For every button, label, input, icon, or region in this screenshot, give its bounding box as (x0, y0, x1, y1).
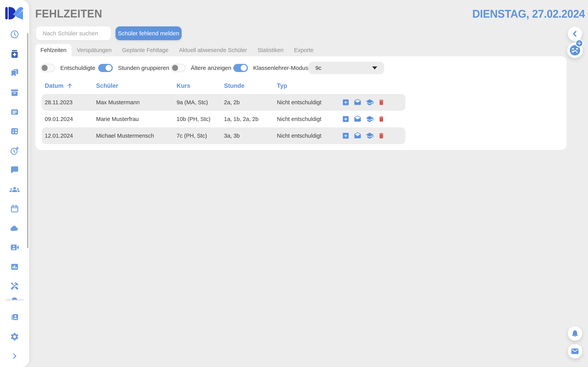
toggle-knob (241, 65, 247, 71)
toggle-knob (172, 65, 178, 71)
sidebar-item-history[interactable] (9, 29, 20, 40)
school-icon (365, 132, 374, 140)
toggle-knob (106, 65, 112, 71)
cell-schueler: Marie Musterfrau (96, 111, 139, 127)
chat-icon (10, 166, 19, 174)
bar-chart-icon (10, 262, 19, 271)
filter-klassenlehrer-modus: Klassenlehrer-Modus (233, 62, 308, 74)
tab-aktuell-abwesende[interactable]: Aktuell abwesende Schüler (174, 44, 252, 56)
calendar-icon (10, 204, 19, 213)
sidebar-item-timetracking[interactable] (9, 145, 20, 157)
school-button[interactable] (365, 132, 374, 140)
send-mail-button[interactable] (354, 132, 362, 140)
cell-datum: 28.11.2023 (45, 94, 72, 111)
toggle-label: Klassenlehrer-Modus (253, 65, 308, 71)
send-mail-button[interactable] (354, 115, 362, 123)
cell-stunde: 2a, 2b (224, 94, 240, 111)
column-header-stunde[interactable]: Stunde (224, 82, 244, 90)
cell-datum: 09.01.2024 (45, 111, 73, 127)
app-logo[interactable] (5, 6, 24, 20)
cell-schueler: Michael Mustermensch (96, 127, 154, 144)
clock-plus-icon (10, 146, 19, 155)
sidebar-item-groups[interactable] (9, 184, 20, 195)
send-mail-button[interactable] (354, 99, 362, 106)
add-absence-button[interactable] (342, 115, 350, 123)
trash-icon (378, 132, 385, 139)
cell-kurs: 7c (PH, Stc) (177, 127, 207, 144)
chevron-right-icon (11, 352, 18, 360)
toggle-entschuldigte[interactable] (40, 64, 55, 72)
column-header-kurs[interactable]: Kurs (177, 82, 190, 90)
report-absent-button[interactable]: Schüler fehlend melden (115, 26, 182, 40)
school-button[interactable] (365, 98, 374, 106)
plus-badge-icon[interactable] (575, 39, 583, 47)
tab-geplante-fehltage[interactable]: Geplante Fehltage (117, 44, 174, 56)
chevron-down-icon (372, 67, 377, 69)
sidebar-item-classbook[interactable] (9, 67, 20, 79)
sidebar-item-statistics[interactable] (9, 261, 20, 273)
column-header-datum[interactable]: Datum (45, 82, 73, 90)
search-input[interactable] (36, 26, 111, 40)
filter-stunden-gruppieren: Stunden gruppieren (98, 62, 169, 74)
delete-button[interactable] (378, 99, 385, 106)
video-camera-icon (10, 243, 19, 252)
delete-button[interactable] (378, 116, 385, 123)
cell-datum: 12.01.2024 (45, 127, 73, 144)
cell-kurs: 10b (PH, Stc) (177, 111, 210, 127)
cell-typ: Nicht entschuldigt (277, 94, 321, 111)
open-mail-icon (354, 132, 362, 140)
toggle-aeltere-anzeigen[interactable] (171, 64, 185, 72)
bell-icon (571, 329, 579, 337)
page-title: FEHLZEITEN (35, 7, 102, 20)
collapse-panel-button[interactable] (568, 27, 582, 41)
sidebar-item-contacts[interactable] (9, 311, 20, 323)
tab-verspaetungen[interactable]: Verspätungen (71, 44, 117, 56)
toggle-label: Stunden gruppieren (118, 65, 169, 71)
messages-button[interactable] (568, 344, 582, 359)
add-absence-button[interactable] (342, 99, 350, 106)
filter-aeltere-anzeigen: Ältere anzeigen (171, 62, 231, 74)
add-absence-button[interactable] (342, 132, 350, 140)
add-box-icon (342, 132, 350, 140)
calculator-icon (10, 127, 19, 136)
notifications-button[interactable] (568, 326, 582, 341)
column-header-typ[interactable]: Typ (277, 82, 287, 90)
tab-fehlzeiten[interactable]: Fehlzeiten (35, 44, 71, 56)
class-select[interactable]: 9c (308, 62, 384, 74)
sidebar-item-absences[interactable] (9, 48, 20, 60)
sidebar-item-videocall[interactable] (9, 242, 20, 253)
chevron-left-icon (571, 30, 579, 38)
trash-icon (378, 116, 385, 123)
toggle-stunden-gruppieren[interactable] (98, 64, 113, 72)
cell-kurs: 9a (MA, Stc) (177, 94, 208, 111)
sidebar-item-archive[interactable] (9, 87, 20, 99)
tab-exporte[interactable]: Exporte (289, 44, 319, 56)
sidebar-item-notes[interactable] (9, 106, 20, 118)
table-body: 28.11.2023 Max Mustermann 9a (MA, Stc) 2… (42, 94, 406, 144)
sidebar-item-messages[interactable] (9, 164, 20, 176)
sidebar-item-tools[interactable] (9, 280, 20, 292)
sidebar-item-cloud[interactable] (9, 222, 20, 234)
delete-button[interactable] (378, 132, 385, 139)
tools-icon (10, 282, 19, 291)
school-icon (365, 115, 374, 123)
sidebar-item-calendar[interactable] (9, 203, 20, 215)
cell-schueler: Max Mustermann (96, 94, 140, 111)
sidebar-scrollbar[interactable] (27, 33, 28, 248)
sidebar (0, 0, 29, 367)
add-box-icon (342, 115, 350, 123)
open-mail-icon (354, 99, 362, 106)
archive-box-icon (10, 88, 19, 97)
gear-icon (10, 332, 19, 341)
add-box-icon (342, 99, 350, 106)
sidebar-expand-button[interactable] (9, 350, 20, 362)
school-button[interactable] (365, 115, 374, 123)
tab-statistiken[interactable]: Statistiken (252, 44, 289, 56)
column-header-schueler[interactable]: Schüler (96, 82, 118, 90)
notes-icon (10, 108, 19, 117)
toggle-klassenlehrer-modus[interactable] (233, 64, 248, 72)
table-row: 09.01.2024 Marie Musterfrau 10b (PH, Stc… (42, 111, 406, 127)
sidebar-item-settings[interactable] (9, 331, 20, 342)
sidebar-peek-icon (12, 298, 17, 300)
sidebar-item-grades[interactable] (9, 125, 20, 137)
